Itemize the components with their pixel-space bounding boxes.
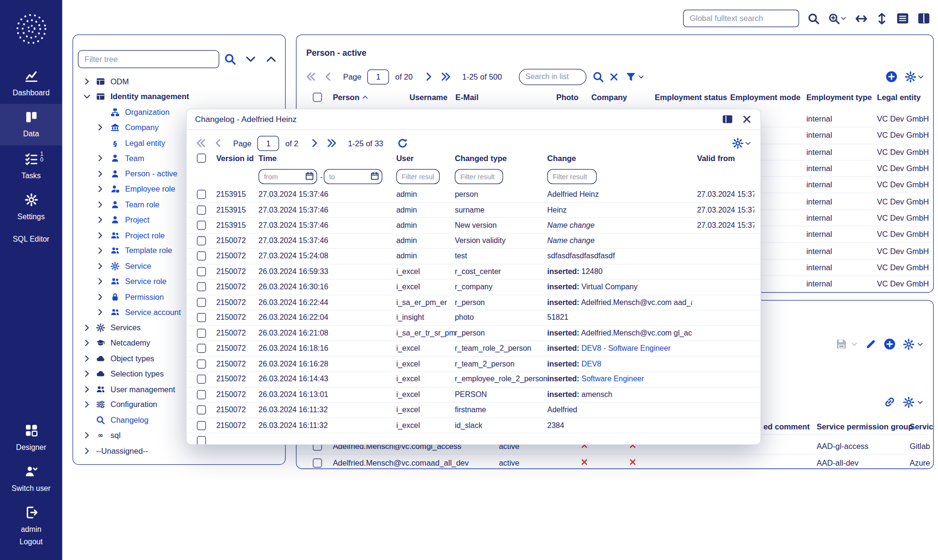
subtable-settings-caret-icon[interactable] — [917, 399, 924, 406]
topbar-swap-vertical-button[interactable] — [876, 12, 888, 24]
last-page-button[interactable] — [441, 71, 452, 82]
list-search-button[interactable] — [593, 71, 604, 82]
list-settings-button[interactable] — [905, 71, 916, 82]
list-settings-caret-icon[interactable] — [917, 73, 924, 80]
row-checkbox[interactable] — [197, 205, 206, 214]
chevron-right-icon[interactable] — [83, 339, 92, 347]
filter-button[interactable] — [625, 71, 637, 82]
sidebar-item-sql-editor[interactable]: SQL Editor — [0, 228, 62, 250]
chevron-right-icon[interactable] — [83, 77, 92, 86]
topbar-layout-columns-button[interactable] — [917, 12, 930, 25]
row-checkbox[interactable] — [313, 458, 322, 467]
global-search-input[interactable] — [683, 10, 799, 27]
change-link[interactable]: DEV8 - Software Engineer — [579, 344, 671, 353]
chevron-right-icon[interactable] — [96, 246, 104, 255]
save-caret-icon[interactable] — [851, 341, 858, 347]
row-checkbox[interactable] — [197, 406, 206, 415]
chevron-right-icon[interactable] — [96, 215, 104, 224]
sidebar-item-tasks[interactable]: 10Tasks — [0, 145, 62, 187]
previous-page-button[interactable] — [322, 71, 333, 82]
app-logo[interactable] — [14, 12, 48, 48]
chevron-right-icon[interactable] — [96, 154, 104, 163]
changelog-row[interactable]: 215007226.03.2024 16:11:32i_excelid_slac… — [186, 418, 760, 433]
row-checkbox[interactable] — [197, 298, 206, 307]
changelog-row[interactable]: 215007226.03.2024 16:18:16i_excelr_team_… — [186, 341, 760, 356]
row-checkbox[interactable] — [197, 267, 206, 276]
chevron-right-icon[interactable] — [83, 431, 92, 440]
add-row-button[interactable] — [886, 71, 897, 82]
chevron-right-icon[interactable] — [83, 447, 92, 455]
row-checkbox[interactable] — [197, 313, 206, 322]
list-search-input[interactable] — [519, 69, 587, 85]
sidebar-item-dashboard[interactable]: Dashboard — [0, 63, 62, 104]
change-link[interactable]: DEV8 — [579, 360, 601, 368]
first-page-button[interactable] — [306, 71, 317, 82]
changelog-row[interactable]: 215007227.03.2024 15:37:46adminVersion v… — [186, 234, 760, 249]
add-button[interactable] — [884, 338, 896, 350]
row-checkbox[interactable] — [197, 190, 206, 199]
sidebar-item-admin[interactable]: adminLogout — [0, 499, 62, 553]
select-all-checkbox[interactable] — [313, 92, 322, 102]
chevron-right-icon[interactable] — [96, 185, 104, 193]
row-checkbox[interactable] — [197, 221, 206, 230]
changelog-row[interactable]: 215007226.03.2024 16:11:32i_excelfirstna… — [186, 403, 760, 418]
change-link[interactable]: Software Engineer — [579, 375, 644, 384]
filter-caret-icon[interactable] — [638, 73, 645, 80]
row-checkbox[interactable] — [197, 375, 206, 384]
chevron-right-icon[interactable] — [96, 123, 104, 132]
sidebar-item-data[interactable]: Data — [0, 104, 62, 145]
chevron-right-icon[interactable] — [96, 262, 104, 270]
next-page-button[interactable] — [423, 71, 434, 82]
topbar-zoom-in-button[interactable] — [828, 12, 846, 24]
sidebar-item-designer[interactable]: Designer — [0, 417, 62, 458]
changelog-row[interactable]: 215007226.03.2024 16:30:16i_excelr_compa… — [186, 279, 760, 295]
row-checkbox[interactable] — [197, 344, 206, 353]
tree-item-identity-management[interactable]: Identity management — [73, 89, 285, 104]
topbar-search-button[interactable] — [807, 12, 819, 24]
changelog-row[interactable]: 215007227.03.2024 15:24:08admintestsdfas… — [186, 249, 760, 264]
row-checkbox[interactable] — [197, 359, 206, 368]
chevron-right-icon[interactable] — [96, 231, 104, 240]
subtable-settings-button[interactable] — [903, 397, 915, 408]
chevron-right-icon[interactable] — [83, 354, 92, 363]
changelog-row[interactable]: 215391527.03.2024 15:37:46adminsurnameHe… — [186, 203, 760, 218]
changelog-row[interactable] — [186, 433, 760, 445]
changelog-row[interactable]: 215391527.03.2024 15:37:46adminNew versi… — [186, 218, 760, 233]
chevron-right-icon[interactable] — [96, 170, 104, 178]
row-checkbox[interactable] — [197, 252, 206, 261]
chevron-right-icon[interactable] — [83, 369, 92, 378]
row-checkbox[interactable] — [197, 328, 206, 337]
link-button[interactable] — [884, 396, 896, 408]
chevron-right-icon[interactable] — [96, 200, 104, 209]
row-checkbox[interactable] — [197, 421, 206, 430]
changelog-row[interactable]: 215007226.03.2024 16:14:43i_excelr_emplo… — [186, 372, 760, 387]
chevron-right-icon[interactable] — [96, 293, 104, 301]
chevron-right-icon[interactable] — [83, 385, 92, 394]
tree-item-odm[interactable]: ODM — [73, 74, 285, 89]
save-button[interactable] — [835, 338, 847, 350]
edit-button[interactable] — [865, 338, 876, 350]
changelog-row[interactable]: 215007226.03.2024 16:22:44i_sa_er_pm_err… — [186, 295, 760, 310]
changelog-row[interactable]: 215007226.03.2024 16:21:08i_sa_er_tr_sr_… — [186, 326, 760, 341]
topbar-layout-rows-button[interactable] — [897, 12, 909, 25]
detail-row[interactable]: Adelfried.Mensch@vc.comaad_all_devactive… — [297, 455, 933, 469]
changelog-row[interactable]: 215007226.03.2024 16:59:33i_excelr_cost_… — [186, 264, 760, 279]
row-checkbox[interactable] — [197, 390, 206, 399]
chevron-right-icon[interactable] — [96, 277, 104, 286]
changelog-row[interactable]: 215391527.03.2024 15:37:46adminpersonAde… — [186, 187, 760, 203]
chevron-down-icon[interactable] — [83, 92, 92, 101]
chevron-right-icon[interactable] — [83, 324, 92, 332]
changelog-row[interactable]: 215007226.03.2024 16:13:01i_excelPERSONi… — [186, 387, 760, 403]
chevron-right-icon[interactable] — [83, 400, 92, 409]
detail-settings-button[interactable] — [903, 338, 915, 350]
row-checkbox[interactable] — [197, 236, 206, 245]
sidebar-item-settings[interactable]: Settings — [0, 187, 62, 228]
page-input[interactable] — [368, 69, 390, 84]
clear-search-button[interactable] — [609, 71, 619, 82]
chevron-right-icon[interactable] — [96, 308, 104, 316]
sidebar-item-switch-user[interactable]: Switch user — [0, 458, 62, 499]
row-checkbox[interactable] — [197, 282, 206, 291]
topbar-swap-horizontal-button[interactable] — [855, 12, 867, 24]
row-checkbox[interactable] — [197, 436, 206, 445]
changelog-row[interactable]: 215007226.03.2024 16:22:04i_insightphoto… — [186, 310, 760, 326]
